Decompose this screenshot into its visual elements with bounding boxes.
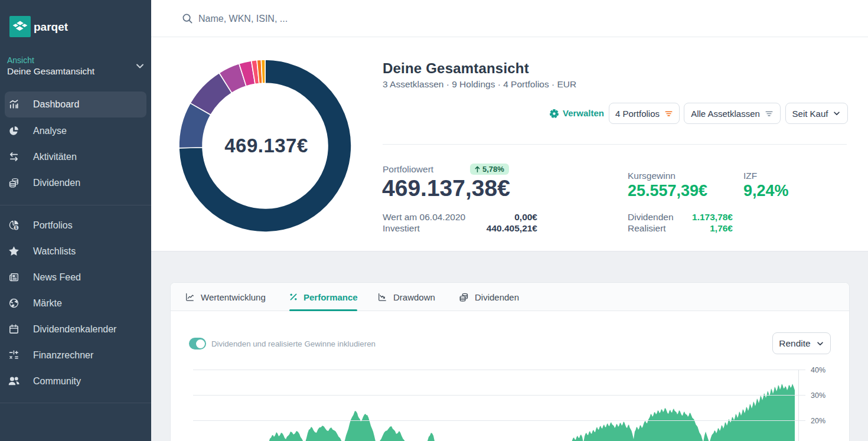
svg-text:$: $ [15,226,18,230]
